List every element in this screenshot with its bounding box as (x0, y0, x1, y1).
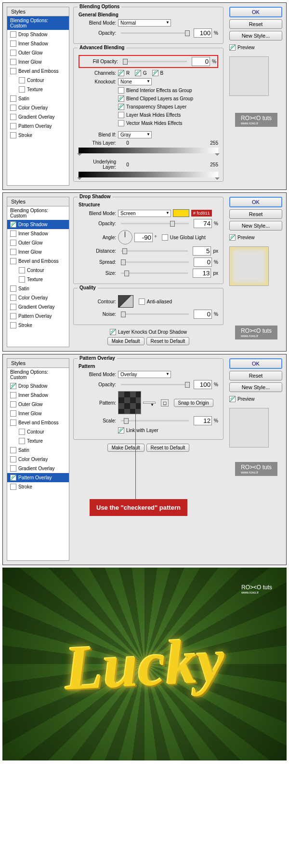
opacity-slider[interactable] (121, 32, 189, 34)
sidebar-item-bevel-emboss[interactable]: Bevel and Emboss (7, 257, 69, 266)
sidebar-item-drop-shadow[interactable]: Drop Shadow (7, 30, 69, 39)
sidebar-item-inner-glow[interactable]: Inner Glow (7, 57, 69, 67)
sidebar-item-inner-glow[interactable]: Inner Glow (7, 409, 69, 418)
new-style-button[interactable]: New Style... (229, 31, 282, 41)
sidebar-item-texture[interactable]: Texture (7, 275, 69, 284)
sidebar-item-inner-glow[interactable]: Inner Glow (7, 247, 69, 257)
sidebar-item-texture[interactable]: Texture (7, 85, 69, 94)
sidebar-item-bevel-emboss[interactable]: Bevel and Emboss (7, 67, 69, 76)
checkbox-icon[interactable] (10, 68, 16, 74)
checkbox-icon[interactable] (10, 31, 16, 38)
checkbox-icon[interactable] (19, 77, 25, 83)
new-style-button[interactable]: New Style... (229, 221, 282, 231)
sidebar-item-drop-shadow[interactable]: Drop Shadow (7, 220, 69, 229)
sidebar-item-color-overlay[interactable]: Color Overlay (7, 103, 69, 112)
scale-input[interactable] (194, 416, 212, 425)
checkbox-icon[interactable] (19, 276, 25, 283)
sidebar-item-pattern-overlay[interactable]: Pattern Overlay (7, 312, 69, 321)
checkbox-icon[interactable] (10, 420, 16, 426)
sidebar-item-contour[interactable]: Contour (7, 266, 69, 275)
reset-button[interactable]: Reset (229, 19, 282, 29)
checkbox-icon[interactable] (10, 475, 16, 481)
checkbox-icon[interactable] (10, 50, 16, 56)
checkbox-icon[interactable] (19, 267, 25, 273)
checkbox-icon[interactable] (10, 249, 16, 255)
checkbox-icon[interactable] (10, 383, 16, 389)
sidebar-item-blending-options[interactable]: Blending Options: Custom (7, 206, 69, 220)
sidebar-item-outer-glow[interactable]: Outer Glow (7, 48, 69, 57)
fill-opacity-slider[interactable] (123, 61, 187, 62)
checkbox-icon[interactable] (10, 41, 16, 47)
noise-input[interactable] (194, 310, 212, 319)
angle-input[interactable] (134, 233, 153, 242)
sidebar-item-inner-shadow[interactable]: Inner Shadow (7, 391, 69, 400)
size-input[interactable] (193, 269, 211, 278)
checkbox-icon[interactable] (10, 447, 16, 453)
ok-button[interactable]: OK (229, 197, 282, 207)
sidebar-item-stroke[interactable]: Stroke (7, 131, 69, 140)
checkbox-icon[interactable] (10, 231, 16, 237)
make-default-button[interactable]: Make Default (107, 444, 144, 452)
sidebar-item-gradient-overlay[interactable]: Gradient Overlay (7, 464, 69, 473)
sidebar-item-bevel-emboss[interactable]: Bevel and Emboss (7, 418, 69, 427)
blend-clipped-checkbox[interactable] (118, 95, 124, 102)
reset-default-button[interactable]: Reset to Default (146, 337, 190, 345)
checkbox-icon[interactable] (10, 105, 16, 111)
sidebar-item-texture[interactable]: Texture (7, 436, 69, 446)
checkbox-icon[interactable] (10, 132, 16, 138)
checkbox-icon[interactable] (10, 258, 16, 264)
blend-mode-dropdown[interactable]: Overlay (118, 371, 171, 378)
blend-mode-dropdown[interactable]: Screen (118, 210, 171, 217)
scale-slider[interactable] (121, 420, 189, 421)
checkbox-icon[interactable] (10, 123, 16, 129)
sidebar-item-gradient-overlay[interactable]: Gradient Overlay (7, 112, 69, 122)
checkbox-icon[interactable] (10, 114, 16, 120)
checkbox-icon[interactable] (10, 313, 16, 319)
opacity-input[interactable] (194, 28, 212, 38)
sidebar-item-pattern-overlay[interactable]: Pattern Overlay (7, 122, 69, 131)
preview-checkbox[interactable] (229, 396, 236, 402)
vector-mask-hides-checkbox[interactable] (118, 120, 124, 126)
this-layer-gradient[interactable] (79, 148, 218, 153)
checkbox-icon[interactable] (10, 465, 16, 472)
color-swatch[interactable] (173, 209, 189, 217)
sidebar-item-pattern-overlay[interactable]: Pattern Overlay (7, 473, 69, 482)
checkbox-icon[interactable] (10, 240, 16, 246)
size-slider[interactable] (121, 272, 188, 274)
make-default-button[interactable]: Make Default (107, 337, 144, 345)
sidebar-item-stroke[interactable]: Stroke (7, 482, 69, 491)
channel-g-checkbox[interactable] (135, 70, 141, 76)
distance-slider[interactable] (121, 250, 188, 252)
channel-r-checkbox[interactable] (118, 70, 124, 76)
sidebar-item-blending-options[interactable]: Blending Options: Custom (7, 368, 69, 381)
sidebar-item-inner-shadow[interactable]: Inner Shadow (7, 229, 69, 238)
checkbox-icon[interactable] (19, 86, 25, 93)
reset-button[interactable]: Reset (229, 209, 282, 219)
sidebar-item-gradient-overlay[interactable]: Gradient Overlay (7, 302, 69, 312)
sidebar-item-color-overlay[interactable]: Color Overlay (7, 293, 69, 302)
transparency-shapes-checkbox[interactable] (118, 104, 124, 110)
checkbox-icon[interactable] (10, 401, 16, 407)
knockout-dropdown[interactable]: None (118, 78, 152, 85)
ok-button[interactable]: OK (229, 358, 282, 369)
opacity-slider[interactable] (121, 384, 189, 385)
layer-knocks-checkbox[interactable] (110, 329, 116, 335)
checkbox-icon[interactable] (10, 322, 16, 328)
sidebar-item-satin[interactable]: Satin (7, 446, 69, 455)
sidebar-item-inner-shadow[interactable]: Inner Shadow (7, 39, 69, 48)
opacity-input[interactable] (194, 219, 212, 228)
opacity-input[interactable] (194, 380, 212, 389)
noise-slider[interactable] (121, 313, 189, 315)
spread-slider[interactable] (121, 261, 189, 263)
checkbox-icon[interactable] (10, 295, 16, 301)
pattern-menu-icon[interactable] (143, 402, 156, 404)
under-layer-gradient[interactable] (79, 172, 218, 177)
checkbox-icon[interactable] (10, 484, 16, 490)
sidebar-item-outer-glow[interactable]: Outer Glow (7, 238, 69, 247)
checkbox-icon[interactable] (10, 392, 16, 398)
channel-b-checkbox[interactable] (152, 70, 158, 76)
snap-origin-button[interactable]: Snap to Origin (174, 399, 213, 407)
angle-dial[interactable] (118, 230, 132, 244)
spread-input[interactable] (194, 258, 212, 267)
global-light-checkbox[interactable] (162, 234, 168, 241)
